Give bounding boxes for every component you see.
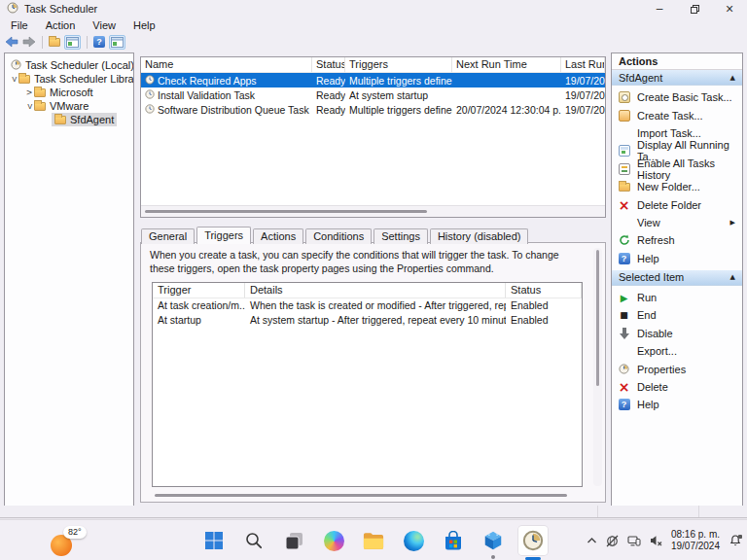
- actions-section-selected-item[interactable]: Selected Item ▲: [612, 270, 742, 286]
- action-help[interactable]: ? Help: [612, 396, 742, 413]
- tab-general[interactable]: General: [141, 228, 195, 244]
- triggers-tab-panel: When you create a task, you can specify …: [140, 242, 606, 503]
- column-header-trigger[interactable]: Trigger: [153, 283, 245, 298]
- chevron-expanded-icon[interactable]: >: [10, 74, 18, 84]
- tree-item-library[interactable]: > Task Scheduler Library: [5, 72, 133, 86]
- action-disable[interactable]: Disable: [612, 325, 742, 342]
- collapse-caret-icon[interactable]: ▲: [730, 273, 735, 281]
- action-end[interactable]: ■ End: [612, 306, 742, 324]
- tab-triggers[interactable]: Triggers: [196, 227, 251, 244]
- actions-section-items: ▶ Run ■ End Disable Export...: [612, 286, 742, 417]
- delete-x-icon: ×: [617, 381, 631, 393]
- table-row[interactable]: At task creation/m... When the task is c…: [153, 298, 582, 313]
- properties-clock-icon: [617, 364, 631, 374]
- detail-horizontal-scrollbar[interactable]: [147, 491, 594, 499]
- help-icon: ?: [617, 253, 631, 264]
- help-icon[interactable]: ?: [93, 36, 105, 48]
- task-list-horizontal-scrollbar[interactable]: [141, 205, 605, 217]
- tree-item-label: Task Scheduler (Local): [25, 59, 134, 71]
- task-scheduler-window: Task Scheduler – × File Action View Help…: [0, 0, 747, 518]
- column-header-status[interactable]: Status: [312, 57, 345, 73]
- tree-item-sfdagent[interactable]: SfdAgent: [5, 113, 133, 126]
- restore-button[interactable]: [677, 0, 712, 18]
- collapse-caret-icon[interactable]: ▲: [730, 74, 735, 82]
- tab-history[interactable]: History (disabled): [430, 228, 529, 244]
- column-header-status[interactable]: Status: [506, 283, 582, 298]
- table-row[interactable]: Check Required Apps Ready Multiple trigg…: [141, 73, 605, 88]
- file-explorer-icon[interactable]: [359, 526, 388, 555]
- volume-muted-icon[interactable]: [650, 535, 662, 546]
- running-indicator: [491, 555, 495, 559]
- action-properties[interactable]: Properties: [612, 360, 742, 377]
- actions-panel-title: Actions: [612, 53, 742, 70]
- taskbar-clock[interactable]: 08:16 p. m. 19/07/2024: [671, 529, 720, 552]
- detail-vertical-scrollbar[interactable]: [593, 248, 602, 486]
- clock-date: 19/07/2024: [671, 541, 720, 552]
- table-row[interactable]: Install Validation Task Ready At system …: [141, 88, 605, 102]
- taskbar: 82°: [0, 519, 747, 560]
- tree-item-label: Task Scheduler Library: [34, 73, 134, 85]
- hidden-icons-chevron-icon[interactable]: [587, 536, 597, 545]
- console-tree-panel: Task Scheduler (Local) > Task Scheduler …: [4, 52, 134, 507]
- task-view-icon[interactable]: [279, 526, 308, 555]
- menu-view[interactable]: View: [84, 19, 124, 31]
- end-stop-icon: ■: [617, 310, 631, 320]
- status-bar: [0, 506, 747, 517]
- toolbar-separator: [42, 36, 43, 49]
- action-view[interactable]: View ▶: [612, 214, 742, 231]
- tree-item-vmware[interactable]: > VMware: [5, 99, 133, 113]
- trigger-table-header: Trigger Details Status: [153, 283, 582, 298]
- clock-icon: [145, 89, 155, 101]
- display-device-icon[interactable]: [627, 535, 641, 547]
- minimize-button[interactable]: –: [642, 0, 677, 18]
- table-row[interactable]: Software Distribution Queue Task Ready M…: [141, 102, 605, 117]
- toolbar-separator: [87, 36, 88, 49]
- column-header-next-run[interactable]: Next Run Time: [452, 57, 561, 73]
- network-off-icon[interactable]: [606, 535, 619, 547]
- back-icon[interactable]: [5, 36, 18, 48]
- chevron-expanded-icon[interactable]: >: [25, 101, 34, 111]
- action-create-basic-task[interactable]: Create Basic Task...: [612, 88, 742, 106]
- submenu-arrow-icon: ▶: [730, 219, 735, 227]
- column-header-triggers[interactable]: Triggers: [345, 57, 452, 73]
- notification-bell-icon[interactable]: [729, 534, 743, 547]
- console-window-icon[interactable]: [64, 35, 81, 50]
- action-run[interactable]: ▶ Run: [612, 289, 742, 306]
- cube-app-icon[interactable]: [479, 526, 508, 555]
- menu-help[interactable]: Help: [124, 19, 164, 31]
- chevron-collapsed-icon[interactable]: >: [24, 88, 34, 97]
- folder-icon: [34, 102, 46, 111]
- start-icon[interactable]: [199, 526, 229, 555]
- action-delete-folder[interactable]: × Delete Folder: [612, 195, 742, 213]
- close-button[interactable]: ×: [712, 0, 747, 18]
- store-icon[interactable]: [439, 526, 468, 555]
- menu-file[interactable]: File: [2, 19, 37, 31]
- copilot-icon[interactable]: [319, 526, 348, 555]
- tab-conditions[interactable]: Conditions: [305, 228, 372, 244]
- search-icon[interactable]: [239, 526, 268, 555]
- edge-icon[interactable]: [399, 526, 428, 555]
- action-enable-history[interactable]: Enable All Tasks History: [612, 160, 742, 178]
- actions-section-sfdagent[interactable]: SfdAgent ▲: [612, 70, 742, 86]
- table-row[interactable]: At startup At system startup - After tri…: [153, 313, 582, 328]
- menu-action[interactable]: Action: [37, 19, 85, 31]
- tab-settings[interactable]: Settings: [374, 228, 428, 244]
- action-export[interactable]: Export...: [612, 342, 742, 360]
- help-icon: ?: [617, 399, 631, 410]
- forward-icon[interactable]: [22, 36, 36, 48]
- tab-actions[interactable]: Actions: [253, 228, 303, 244]
- show-hide-console-tree-icon[interactable]: [49, 38, 60, 47]
- console-window-icon[interactable]: [109, 35, 125, 50]
- action-help[interactable]: ? Help: [612, 250, 742, 267]
- column-header-details[interactable]: Details: [245, 283, 506, 298]
- column-header-last-run[interactable]: Last Run Time: [561, 57, 605, 73]
- task-list-empty-area: [141, 117, 605, 205]
- action-delete[interactable]: × Delete: [612, 378, 742, 396]
- triggers-description: When you create a task, you can specify …: [150, 248, 578, 275]
- tree-item-local[interactable]: Task Scheduler (Local): [5, 58, 133, 72]
- column-header-name[interactable]: Name: [141, 57, 312, 73]
- task-scheduler-clock-icon[interactable]: [518, 526, 548, 555]
- action-refresh[interactable]: Refresh: [612, 231, 742, 249]
- action-create-task[interactable]: Create Task...: [612, 106, 742, 123]
- tree-item-microsoft[interactable]: > Microsoft: [5, 86, 133, 99]
